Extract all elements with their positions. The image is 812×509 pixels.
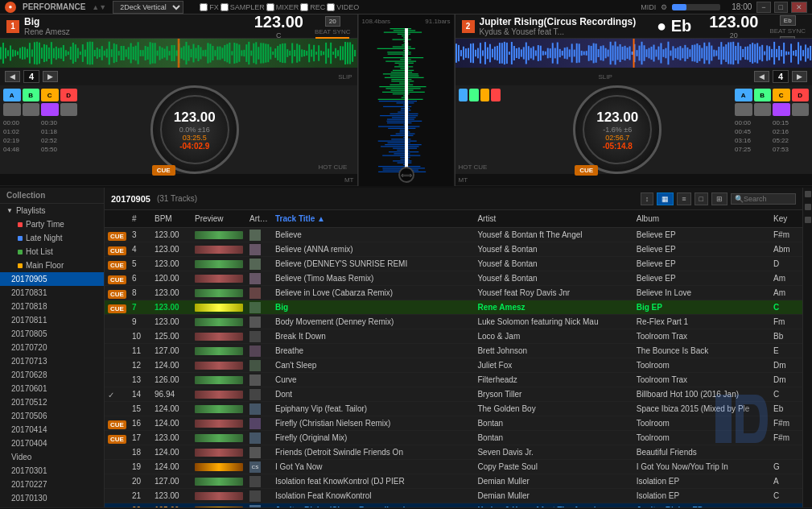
deck-left-next[interactable]: ▶ [43,71,58,82]
col-header-title[interactable]: Track Title ▲ [272,214,474,223]
lpad-3-right[interactable] [480,89,490,101]
cue-pad-6-right[interactable] [754,103,772,116]
cue-pad-a-left[interactable]: A [3,89,21,101]
lpad-2-right[interactable] [469,89,479,101]
platter-left[interactable]: 123.00 0.0% ±16 03:25.5 -04:02.9 CUE [150,85,239,174]
sidebar-item-20170404[interactable]: 20170404 [0,437,104,450]
track-row[interactable]: 10 125.00 Break It Down Loco & Jam Toolr… [105,329,802,344]
col-header-num[interactable]: # [129,214,151,223]
cue-pad-7-left[interactable] [41,103,59,116]
cue-btn-left[interactable]: CUE [152,165,175,176]
right-icon-1[interactable] [805,191,811,197]
track-row[interactable]: CUE 8 123.00 Believe in Love (Cabarza Re… [105,286,802,300]
sidebar-item-video[interactable]: Video [0,450,104,464]
cue-pad-a-right[interactable]: A [735,89,752,101]
sidebar-item-20170811[interactable]: 20170811 [0,313,104,327]
sidebar-item-hot-list[interactable]: Hot List [0,245,104,259]
key-sync-btn-left[interactable]: 20 [325,16,340,27]
sidebar-item-20170805[interactable]: 20170805 [0,327,104,341]
sidebar-item-20170720[interactable]: 20170720 [0,341,104,354]
mixer-checkbox[interactable]: MIXER [266,3,299,11]
deck-right-prev[interactable]: ◀ [754,71,769,82]
col-header-key[interactable]: Key [770,214,802,223]
lpad-4-right[interactable] [491,89,501,101]
video-checkbox[interactable]: VIDEO [327,3,359,11]
track-row[interactable]: 13 126.00 Curve Filterheadz Toolroom Tra… [105,373,802,387]
sidebar-item-20170102[interactable]: 20170102 [0,505,104,507]
cue-pad-6-left[interactable] [23,103,40,116]
cue-pad-c-left[interactable]: C [41,89,59,101]
maximize-btn[interactable]: □ [774,2,788,13]
deck-left-prev[interactable]: ◀ [5,71,20,82]
platter-right[interactable]: 123.00 -1.6% ±6 02:56.7 -05:14.8 CUE [573,85,662,174]
sidebar-item-late-night[interactable]: Late Night [0,231,104,245]
sidebar-item-20170628[interactable]: 20170628 [0,368,104,382]
deck-left-platter[interactable]: 123.00 0.0% ±16 03:25.5 -04:02.9 CUE [80,85,309,174]
search-box[interactable]: 🔍 [731,193,796,205]
sidebar-item-20170713[interactable]: 20170713 [0,354,104,368]
sidebar-item-main-floor[interactable]: Main Floor [0,259,104,272]
sidebar-item-20170512[interactable]: 20170512 [0,395,104,409]
key-sync-btn-right[interactable]: Eb [780,15,796,26]
track-row-active[interactable]: CUE 7 123.00 Big Rene Amesz Big EP C [105,300,802,315]
grid-view-btn[interactable]: ▦ [657,192,674,205]
cue-pad-b-left[interactable]: B [23,89,40,101]
sidebar-item-20170905[interactable]: 20170905 [0,272,104,286]
minimize-btn[interactable]: − [756,2,770,13]
sidebar-playlists[interactable]: ▼ Playlists [0,204,104,217]
center-sync-btn[interactable]: ⟺ [398,167,414,183]
cue-pad-5-right[interactable] [735,103,752,116]
sampler-checkbox[interactable]: SAMPLER [221,3,265,11]
track-row[interactable]: 21 123.00 Isolation Feat KnowKontrol Dem… [105,489,802,503]
cue-pad-d-right[interactable]: D [792,89,810,101]
search-input[interactable] [744,195,792,203]
track-row[interactable]: CUE 16 124.00 Firefly (Christian Nielsen… [105,416,802,431]
sidebar-item-20170818[interactable]: 20170818 [0,300,104,313]
track-row[interactable]: 11 127.00 Breathe Brett Johnson The Boun… [105,344,802,358]
rec-checkbox[interactable]: REC [300,3,325,11]
track-row[interactable]: 19 124.00 CS I Got Ya Now Copy Paste Sou… [105,460,802,474]
close-btn[interactable]: ✕ [791,2,807,13]
cue-btn-right[interactable]: CUE [575,165,598,176]
window-controls[interactable]: − □ ✕ [756,2,807,13]
cue-pad-7-right[interactable] [773,103,790,116]
album-view-btn[interactable]: □ [695,192,708,205]
deck-right-next[interactable]: ▶ [792,71,807,82]
sort-btn[interactable]: ↕ [641,192,654,205]
sidebar-item-20170414[interactable]: 20170414 [0,423,104,437]
cue-pad-8-right[interactable] [792,103,810,116]
track-row[interactable]: 9 123.00 Body Movement (Denney Remix) Lu… [105,315,802,329]
col-header-bpm[interactable]: BPM [151,214,192,223]
sidebar-item-20170831[interactable]: 20170831 [0,286,104,300]
cue-pad-b-right[interactable]: B [754,89,772,101]
track-row[interactable]: CUE 17 123.00 Firefly (Original Mix) Bon… [105,431,802,445]
track-row[interactable]: 20 127.00 Isolation feat KnowKontrol (DJ… [105,474,802,489]
track-row-highlighted[interactable]: 2 22 125.00 JR Jupiter Rising(Circus Rec… [105,503,802,507]
track-row[interactable]: ✓ 14 96.94 Dont Bryson Tiller Billboard … [105,387,802,402]
col-header-preview[interactable]: Preview [192,214,248,223]
cue-pad-5-left[interactable] [3,103,21,116]
sidebar-item-20170601[interactable]: 20170601 [0,382,104,395]
col-header-artist[interactable]: Artist [474,214,633,223]
track-row[interactable]: 12 124.00 Can't Sleep Juliet Fox Toolroo… [105,358,802,373]
fx-checkbox[interactable]: FX [200,3,219,11]
layout-dropdown[interactable]: 2Deck Vertical [113,1,183,14]
sidebar-item-20170227[interactable]: 20170227 [0,478,104,491]
artwork-view-btn[interactable]: ⊞ [711,192,728,205]
right-icon-2[interactable] [805,204,811,210]
sidebar-item-20170301[interactable]: 20170301 [0,464,104,478]
sidebar-item-20170506[interactable]: 20170506 [0,409,104,423]
track-row[interactable]: 15 124.00 Epiphany Vip (feat. Tailor) Th… [105,402,802,416]
track-row[interactable]: CUE 4 123.00 Believe (ANNA remix) Yousef… [105,242,802,257]
track-row[interactable]: CUE 6 120.00 Believe (Timo Maas Remix) Y… [105,271,802,286]
right-icon-3[interactable] [805,217,811,223]
sidebar-item-20170130[interactable]: 20170130 [0,491,104,505]
lpad-1-right[interactable] [459,89,468,101]
sidebar-item-party-time[interactable]: Party Time [0,217,104,231]
track-row[interactable]: CUE 3 123.00 Believe Yousef & Bontan ft … [105,228,802,242]
track-row[interactable]: 18 124.00 Friends (Detroit Swindle Frien… [105,445,802,460]
list-view-btn[interactable]: ≡ [677,192,690,205]
deck-right-platter[interactable]: 123.00 -1.6% ±6 02:56.7 -05:14.8 CUE [504,85,732,174]
col-header-artwork[interactable]: Artwork [248,214,272,223]
cue-pad-d-left[interactable]: D [60,89,78,101]
